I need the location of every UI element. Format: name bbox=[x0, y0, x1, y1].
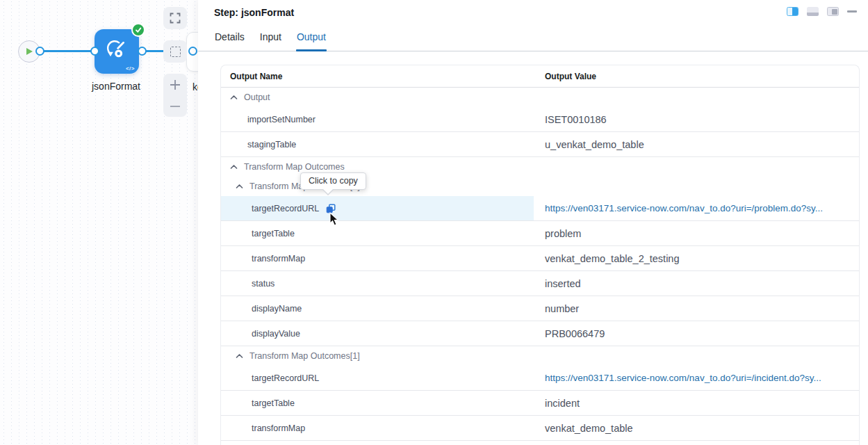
copy-icon bbox=[326, 204, 336, 213]
output-name: displayValue bbox=[252, 329, 300, 339]
node-label: jsonFormat bbox=[76, 81, 156, 92]
output-value: venkat_demo_table_2_testing bbox=[545, 253, 679, 264]
output-name: importSetNumber bbox=[247, 115, 316, 124]
output-row: stagingTableu_venkat_demo_table bbox=[221, 132, 859, 157]
split-view-layout-icon[interactable] bbox=[787, 7, 799, 16]
output-row: targetRecordURLhttps://ven03171.service-… bbox=[221, 196, 859, 221]
copy-button[interactable] bbox=[326, 204, 336, 213]
output-name: targetRecordURL bbox=[252, 373, 319, 383]
success-check-icon bbox=[131, 23, 145, 37]
selection-icon bbox=[170, 47, 181, 57]
chevron-up-icon bbox=[230, 164, 238, 170]
node-output-port[interactable] bbox=[138, 47, 147, 56]
output-value: ISET0010186 bbox=[545, 114, 607, 125]
window-controls bbox=[787, 7, 857, 16]
copy-tooltip: Click to copy bbox=[300, 172, 366, 190]
output-value: u_venkat_demo_table bbox=[545, 139, 644, 150]
chevron-up-icon bbox=[236, 353, 243, 359]
zoom-in-button[interactable] bbox=[163, 74, 187, 95]
output-row: importSetNumberISET0010186 bbox=[221, 107, 859, 132]
output-value: incident bbox=[545, 398, 580, 409]
fit-to-screen-button[interactable] bbox=[163, 7, 187, 29]
jsonformat-node[interactable]: </> bbox=[95, 29, 139, 74]
start-output-port[interactable] bbox=[35, 47, 44, 56]
section-label: Transform Map Outcomes bbox=[244, 162, 345, 172]
output-value-link[interactable]: https://ven03171.service-now.com/nav_to.… bbox=[545, 373, 821, 383]
output-value: inserted bbox=[545, 278, 581, 289]
tab-input[interactable]: Input bbox=[259, 29, 282, 51]
output-name: targetTable bbox=[252, 398, 295, 408]
code-icon: </> bbox=[126, 65, 135, 72]
play-icon bbox=[25, 47, 33, 56]
output-value: venkat_demo_table bbox=[545, 423, 633, 434]
right-panel-layout-icon[interactable] bbox=[827, 7, 839, 16]
output-name: targetRecordURL bbox=[252, 204, 319, 213]
output-row: targetRecordURLhttps://ven03171.service-… bbox=[221, 366, 859, 391]
output-value-link[interactable]: https://ven03171.service-now.com/nav_to.… bbox=[545, 203, 823, 213]
output-value: number bbox=[545, 303, 579, 314]
section-label: Transform Map Outcomes[1] bbox=[249, 351, 360, 361]
output-name: transformMap bbox=[252, 423, 305, 433]
output-row: displayValuePRB0066479 bbox=[221, 321, 859, 346]
output-row: targetTableincident bbox=[221, 391, 859, 416]
output-value: problem bbox=[545, 228, 581, 239]
output-table-header: Output Name Output Value bbox=[221, 65, 859, 88]
output-row: transformMapvenkat_demo_table_2_testing bbox=[221, 246, 859, 271]
next-node-input-port[interactable] bbox=[188, 47, 197, 56]
output-row: transformMapvenkat_demo_table bbox=[221, 416, 859, 441]
tab-output[interactable]: Output bbox=[296, 29, 327, 51]
panel-title: Step: jsonFormat bbox=[214, 7, 868, 18]
bottom-panel-layout-icon[interactable] bbox=[807, 7, 819, 16]
section-label: Output bbox=[244, 92, 270, 102]
output-table-rows: OutputimportSetNumberISET0010186stagingT… bbox=[221, 88, 859, 441]
section-row[interactable]: Output bbox=[221, 88, 859, 107]
chevron-up-icon bbox=[230, 95, 238, 100]
output-name: displayName bbox=[252, 304, 302, 314]
output-name: stagingTable bbox=[247, 140, 296, 149]
tab-details[interactable]: Details bbox=[214, 29, 245, 51]
area-select-button[interactable] bbox=[163, 40, 187, 63]
zoom-controls bbox=[163, 74, 187, 117]
chevron-up-icon bbox=[236, 184, 243, 189]
plus-icon bbox=[169, 79, 181, 91]
node-input-port[interactable] bbox=[90, 47, 99, 56]
section-row[interactable]: Transform Map Outcomes[1] bbox=[221, 346, 859, 366]
output-name: targetTable bbox=[252, 229, 295, 238]
output-row: displayNamenumber bbox=[221, 296, 859, 321]
output-tab-content: Output Name Output Value OutputimportSet… bbox=[198, 49, 868, 445]
output-row: statusinserted bbox=[221, 271, 859, 296]
output-name: status bbox=[252, 279, 275, 289]
connector-start-to-node bbox=[40, 50, 95, 52]
panel-header: Step: jsonFormat bbox=[198, 0, 868, 18]
minus-icon bbox=[169, 100, 181, 113]
tab-bar: Details Input Output bbox=[198, 29, 868, 51]
output-row: targetTableproblem bbox=[221, 221, 859, 246]
step-details-panel: Step: jsonFormat Details Input Output Ou… bbox=[198, 0, 868, 445]
output-value: PRB0066479 bbox=[545, 328, 605, 339]
output-table-card: Output Name Output Value OutputimportSet… bbox=[220, 65, 860, 445]
column-header-output-name: Output Name bbox=[221, 72, 282, 81]
minimize-icon[interactable] bbox=[847, 10, 857, 13]
output-name: transformMap bbox=[252, 254, 305, 264]
fit-screen-icon bbox=[170, 13, 181, 24]
zoom-out-button[interactable] bbox=[163, 95, 187, 117]
column-header-output-value: Output Value bbox=[545, 72, 596, 81]
transform-step-icon bbox=[106, 39, 127, 63]
